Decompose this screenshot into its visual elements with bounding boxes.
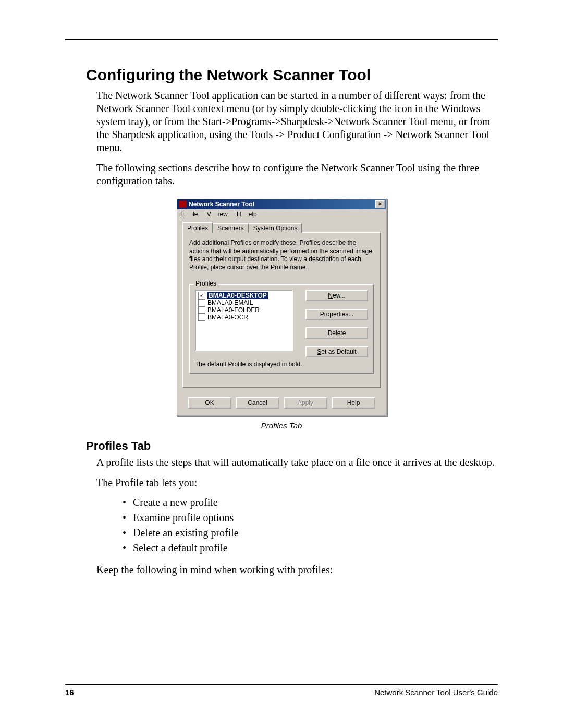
footer-doc-title: Network Scanner Tool User's Guide	[374, 688, 498, 697]
cancel-button[interactable]: Cancel	[236, 397, 279, 409]
default-profile-note: The default Profile is displayed in bold…	[195, 361, 368, 368]
tab-system-options[interactable]: System Options	[249, 223, 302, 233]
new-button[interactable]: New...	[305, 290, 368, 301]
tab-panel-profiles: Add additional Profiles or modify these.…	[182, 232, 381, 388]
set-default-button[interactable]: Set as Default	[305, 346, 368, 357]
tab-description: Add additional Profiles or modify these.…	[189, 239, 374, 272]
list-item-label: BMALA0-FOLDER	[207, 306, 260, 314]
bullet-item: Examine profile options	[123, 512, 498, 524]
dialog-titlebar[interactable]: Network Scanner Tool ×	[177, 199, 386, 209]
list-item[interactable]: BMALA0-OCR	[197, 314, 291, 321]
dialog-title: Network Scanner Tool	[189, 201, 254, 208]
properties-button[interactable]: Properties...	[305, 309, 368, 320]
tab-scanners[interactable]: Scanners	[213, 223, 249, 233]
delete-button[interactable]: Delete	[305, 327, 368, 339]
intro-paragraph-2: The following sections describe how to c…	[96, 162, 498, 188]
profiles-para-2: The Profile tab lets you:	[96, 476, 498, 489]
menu-view[interactable]: View	[207, 211, 228, 218]
ok-button[interactable]: OK	[188, 397, 231, 409]
app-icon	[179, 201, 187, 208]
apply-button[interactable]: Apply	[284, 397, 327, 409]
network-scanner-dialog: Network Scanner Tool × File View Help Pr…	[176, 198, 387, 416]
profiles-tab-heading: Profiles Tab	[86, 439, 498, 453]
profiles-bullet-list: Create a new profile Examine profile opt…	[123, 497, 498, 554]
bullet-item: Select a default profile	[123, 542, 498, 554]
groupbox-legend: Profiles	[194, 280, 218, 287]
figure-caption: Profiles Tab	[65, 421, 498, 430]
profile-buttons-column: New... Properties... Delete Set as Defau…	[305, 290, 368, 357]
section-heading: Configuring the Network Scanner Tool	[86, 66, 498, 84]
dialog-bottom-buttons: OK Cancel Apply Help	[177, 393, 386, 415]
menu-file[interactable]: File	[180, 211, 198, 218]
page-footer: 16 Network Scanner Tool User's Guide	[65, 684, 498, 697]
list-item-label: BMALA0-DESKTOP	[207, 292, 268, 299]
document-page: Configuring the Network Scanner Tool The…	[0, 0, 563, 728]
list-item[interactable]: BMALA0-EMAIL	[197, 299, 291, 306]
bullet-item: Delete an existing profile	[123, 527, 498, 539]
page-number: 16	[65, 688, 74, 697]
list-item-label: BMALA0-EMAIL	[207, 299, 253, 306]
tab-profiles[interactable]: Profiles	[182, 222, 213, 233]
menu-help[interactable]: Help	[237, 211, 257, 218]
profiles-groupbox: Profiles ✓ BMALA0-DESKTOP BMALA0-EMAIL	[189, 284, 374, 374]
checkbox-icon[interactable]	[198, 314, 205, 321]
list-item[interactable]: ✓ BMALA0-DESKTOP	[197, 292, 291, 299]
checkbox-icon[interactable]: ✓	[198, 292, 205, 299]
help-button[interactable]: Help	[332, 397, 375, 409]
checkbox-icon[interactable]	[198, 299, 205, 306]
top-rule	[65, 39, 498, 40]
bullet-item: Create a new profile	[123, 497, 498, 509]
profiles-listbox[interactable]: ✓ BMALA0-DESKTOP BMALA0-EMAIL BMALA0-FOL	[195, 290, 293, 351]
list-item[interactable]: BMALA0-FOLDER	[197, 306, 291, 314]
menu-bar: File View Help	[177, 209, 386, 219]
profiles-para-1: A profile lists the steps that will auto…	[96, 456, 498, 469]
profiles-para-3: Keep the following in mind when working …	[96, 563, 498, 576]
close-icon[interactable]: ×	[375, 200, 385, 208]
tab-strip: Profiles Scanners System Options	[182, 222, 381, 233]
list-item-label: BMALA0-OCR	[207, 314, 248, 321]
screenshot-figure: Network Scanner Tool × File View Help Pr…	[65, 198, 498, 416]
checkbox-icon[interactable]	[198, 306, 205, 314]
intro-paragraph-1: The Network Scanner Tool application can…	[96, 89, 498, 154]
